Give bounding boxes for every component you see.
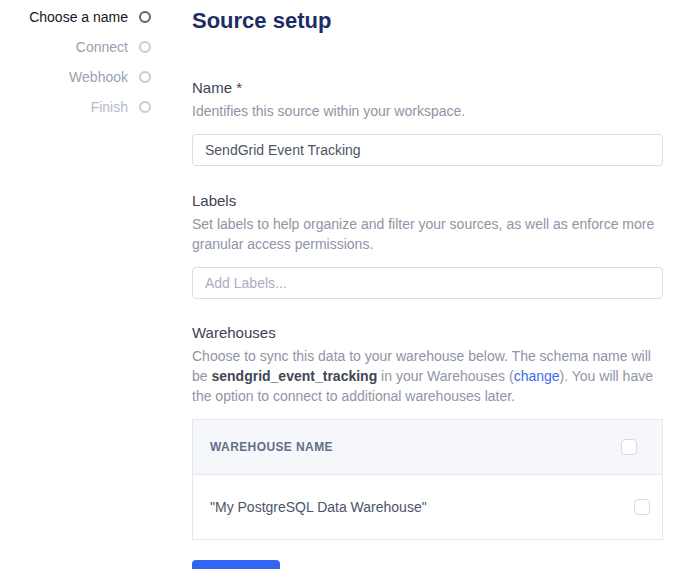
step-choose-a-name[interactable]: Choose a name [0, 2, 192, 32]
source-name-input[interactable] [192, 134, 663, 166]
page-title: Source setup [192, 8, 663, 34]
step-label: Webhook [69, 69, 128, 85]
step-radio-icon[interactable] [139, 11, 151, 23]
step-webhook[interactable]: Webhook [0, 62, 192, 92]
step-finish[interactable]: Finish [0, 92, 192, 122]
warehouses-description: Choose to sync this data to your warehou… [192, 346, 663, 406]
warehouses-section: Warehouses Choose to sync this data to y… [192, 324, 663, 540]
labels-section: Labels Set labels to help organize and f… [192, 192, 663, 299]
step-label: Connect [76, 39, 128, 55]
name-description: Identifies this source within your works… [192, 101, 663, 121]
warehouses-label: Warehouses [192, 324, 663, 341]
warehouse-table: WAREHOUSE NAME "My PostgreSQL Data Wareh… [192, 419, 663, 540]
table-row[interactable]: "My PostgreSQL Data Warehouse" [193, 475, 662, 539]
name-label: Name * [192, 79, 663, 96]
step-label: Finish [91, 99, 128, 115]
warehouse-table-header: WAREHOUSE NAME [193, 420, 662, 475]
step-radio-icon[interactable] [139, 41, 151, 53]
continue-button[interactable]: Continue [192, 560, 280, 569]
warehouse-name: "My PostgreSQL Data Warehouse" [210, 499, 427, 515]
name-section: Name * Identifies this source within you… [192, 79, 663, 166]
warehouse-name-column-header: WAREHOUSE NAME [210, 440, 333, 454]
add-labels-input[interactable] [192, 267, 663, 299]
step-radio-icon[interactable] [139, 71, 151, 83]
warehouse-row-checkbox[interactable] [634, 499, 650, 515]
labels-label: Labels [192, 192, 663, 209]
source-setup-form: Source setup Name * Identifies this sour… [192, 0, 663, 569]
step-label: Choose a name [29, 9, 128, 25]
select-all-checkbox[interactable] [621, 439, 637, 455]
schema-name-text: sendgrid_event_tracking [211, 368, 377, 384]
step-radio-icon[interactable] [139, 101, 151, 113]
change-schema-link[interactable]: change [514, 368, 560, 384]
page-layout: Choose a name Connect Webhook Finish Sou… [0, 0, 692, 569]
warehouses-desc-text: in your Warehouses ( [377, 368, 513, 384]
step-connect[interactable]: Connect [0, 32, 192, 62]
wizard-steps-sidebar: Choose a name Connect Webhook Finish [0, 0, 192, 569]
labels-description: Set labels to help organize and filter y… [192, 214, 663, 254]
